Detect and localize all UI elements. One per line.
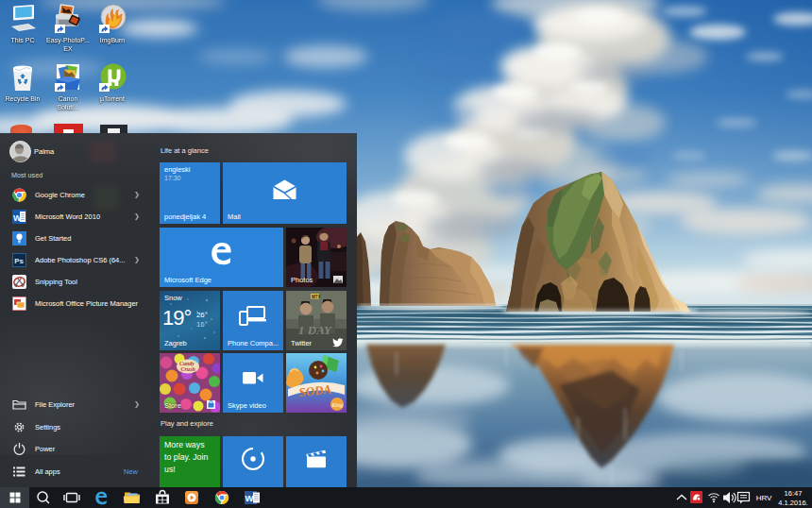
svg-text:Ps: Ps bbox=[14, 257, 24, 265]
svg-text:W: W bbox=[13, 212, 22, 222]
svg-text:W: W bbox=[245, 493, 254, 503]
svg-text:King: King bbox=[331, 402, 344, 408]
svg-text:Crush: Crush bbox=[181, 366, 196, 372]
svg-text:1 DAY: 1 DAY bbox=[298, 323, 332, 337]
svg-text:MTV: MTV bbox=[312, 295, 321, 299]
